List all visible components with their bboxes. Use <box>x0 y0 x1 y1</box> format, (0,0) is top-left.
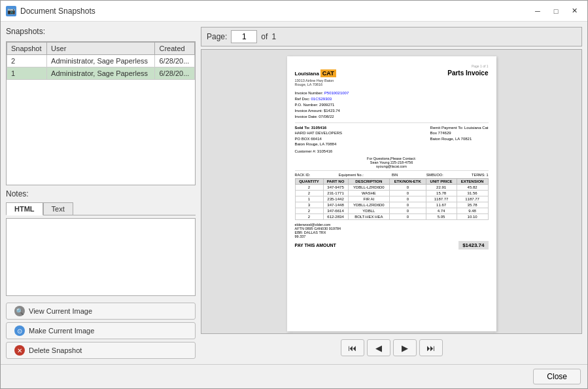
right-panel: Page: of 1 Page 1 of 1 Louisiana <box>201 27 582 359</box>
window-close-button[interactable]: ✕ <box>566 5 582 18</box>
doc-page-1: Page 1 of 1 Louisiana CAT 13013 Airline … <box>287 56 496 331</box>
table-row: 2347-9475YDBLL-LZRD6D0022.9145.82 <box>295 184 488 190</box>
table-row: 2231-1771WASHE015.7831.56 <box>295 190 488 196</box>
snapshot-created: 6/28/20... <box>155 55 195 67</box>
sold-remit-section: Sold To: 3105416 HARD HAT DEVELOPERS PO … <box>295 125 489 154</box>
close-button[interactable]: Close <box>533 369 581 384</box>
of-label: of <box>261 32 268 41</box>
invoice-header: Louisiana CAT 13013 Airline Hwy Baton Ro… <box>295 69 489 86</box>
title-bar: 📷 Document Snapshots ─ □ ✕ <box>1 1 587 22</box>
col-created: Created <box>155 43 195 55</box>
window: 📷 Document Snapshots ─ □ ✕ Snapshots: Sn… <box>0 0 588 389</box>
sold-to-block: Sold To: 3105416 HARD HAT DEVELOPERS PO … <box>295 125 342 154</box>
snapshots-label: Snapshots: <box>6 27 196 36</box>
main-content: Snapshots: Snapshot User Created 2 Admin… <box>1 22 587 364</box>
window-bottom-bar: Close <box>1 364 587 388</box>
minimize-button[interactable]: ─ <box>530 5 545 18</box>
po-number-line: P.O. Number: 2909271 <box>295 102 349 108</box>
make-current-label: Make Current Image <box>29 327 94 335</box>
total-section: PAY THIS AMOUNT $1423.74 <box>295 241 489 250</box>
logo-block: Louisiana CAT 13013 Airline Hwy Baton Ro… <box>295 69 336 86</box>
tab-text[interactable]: Text <box>43 202 73 215</box>
invoice-amount-line: Invoice Amount: $1423.74 <box>295 108 349 114</box>
rack-equipment-row: RACK ID: Equipment No.: BIN SMBUOO: TERM… <box>295 173 489 177</box>
notes-label: Notes: <box>6 189 196 198</box>
notes-section: Notes: HTML Text <box>6 189 196 296</box>
th-extension: EXTENSION <box>457 178 488 184</box>
tab-html[interactable]: HTML <box>6 202 43 215</box>
search-icon: 🔍 <box>14 306 25 316</box>
circle-icon: ⊙ <box>14 325 25 336</box>
total-amount: $1423.74 <box>458 241 488 250</box>
table-row[interactable]: 2 Administrator, Sage Paperless 6/28/20.… <box>7 55 195 67</box>
table-row[interactable]: 1 Administrator, Sage Paperless 6/28/20.… <box>7 67 195 80</box>
maximize-button[interactable]: □ <box>548 5 564 18</box>
snapshot-user: Administrator, Sage Paperless <box>47 55 155 67</box>
divider-2 <box>295 170 489 171</box>
invoice-title-block: Parts Invoice <box>447 69 488 77</box>
delete-snapshot-button[interactable]: ✕ Delete Snapshot <box>6 342 196 359</box>
title-bar-buttons: ─ □ ✕ <box>530 5 582 18</box>
left-panel: Snapshots: Snapshot User Created 2 Admin… <box>6 27 196 359</box>
invoice-table: QUANTITY PART NO DESCRIPTION ETK/NON-ETK… <box>295 178 489 220</box>
next-page-button[interactable]: ▶ <box>393 339 417 356</box>
notes-tabs: HTML Text <box>6 202 196 215</box>
th-partno: PART NO <box>323 178 348 184</box>
table-row: 2612-2834BOLT-HEX HEA05.0510.10 <box>295 213 488 219</box>
th-quantity: QUANTITY <box>295 178 323 184</box>
pay-this-amount-label: PAY THIS AMOUNT <box>295 243 336 248</box>
prev-page-button[interactable]: ◀ <box>367 339 390 356</box>
view-current-label: View Current Image <box>29 307 92 315</box>
contact-block: For Questions,Please Contact: Sean Young… <box>295 157 489 168</box>
snapshot-id: 1 <box>7 67 47 80</box>
snapshots-container[interactable]: Snapshot User Created 2 Administrator, S… <box>6 41 196 185</box>
snapshot-created: 6/28/20... <box>155 67 195 80</box>
page-number-input[interactable] <box>231 30 257 43</box>
page-label: Page: <box>207 32 227 41</box>
title-bar-left: 📷 Document Snapshots <box>6 6 95 16</box>
page-nav-top: Page: of 1 <box>201 27 582 46</box>
total-pages: 1 <box>271 32 276 41</box>
invoice-details: Invoice Number: P5010021007 Ref Doc: 01C… <box>295 90 349 120</box>
snapshot-id: 2 <box>7 55 47 67</box>
table-row: 3347-1448YDBLL-LZRD6D0011.6735.78 <box>295 202 488 208</box>
delete-label: Delete Snapshot <box>29 346 82 354</box>
snapshot-user: Administrator, Sage Paperless <box>47 67 155 80</box>
ref-doc-line: Ref Doc: 01CS29303 <box>295 96 349 102</box>
address-line2: Rouge, LA 70816 <box>295 83 336 86</box>
action-buttons: 🔍 View Current Image ⊙ Make Current Imag… <box>6 303 196 359</box>
remit-to-block: Remit Payment To: Louisiana Cat Box 7746… <box>430 125 489 154</box>
invoice-title: Parts Invoice <box>447 69 488 77</box>
th-description: DESCRIPTION <box>348 178 390 184</box>
cat-box: CAT <box>320 69 336 77</box>
divider-1 <box>295 122 489 123</box>
view-current-image-button[interactable]: 🔍 View Current Image <box>6 303 196 320</box>
make-current-image-button[interactable]: ⊙ Make Current Image <box>6 322 196 339</box>
ebr-line: elderwood@older.com AFTN 0895 GAN030 919… <box>295 223 489 238</box>
th-unit-price: UNIT PRICE <box>426 178 457 184</box>
window-title: Document Snapshots <box>20 7 95 16</box>
invoice-info: Invoice Number: P5010021007 Ref Doc: 01C… <box>295 90 489 120</box>
first-page-button[interactable]: ⏮ <box>341 339 364 356</box>
notes-content-area[interactable] <box>6 218 196 296</box>
delete-icon: ✕ <box>14 345 25 356</box>
document-preview[interactable]: Page 1 of 1 Louisiana CAT 13013 Airline … <box>201 49 582 334</box>
invoice-number-line: Invoice Number: P5010021007 <box>295 90 349 96</box>
last-page-button[interactable]: ⏭ <box>419 339 443 356</box>
table-row: 1235-1442FIR AI01187.771187.77 <box>295 196 488 202</box>
snapshots-table: Snapshot User Created 2 Administrator, S… <box>7 42 195 80</box>
th-etk: ETK/NON-ETK <box>390 178 426 184</box>
page-navigation-bottom: ⏮ ◀ ▶ ⏭ <box>201 337 582 359</box>
louisiana-text: Louisiana <box>295 71 319 77</box>
invoice-date-line: Invoice Date: 07/08/22 <box>295 114 349 120</box>
cat-logo: Louisiana CAT <box>295 69 336 77</box>
app-icon: 📷 <box>6 6 16 16</box>
col-user: User <box>47 43 155 55</box>
col-snapshot: Snapshot <box>7 43 47 55</box>
table-row: 2347-6614YDBLL04.749.48 <box>295 208 488 213</box>
